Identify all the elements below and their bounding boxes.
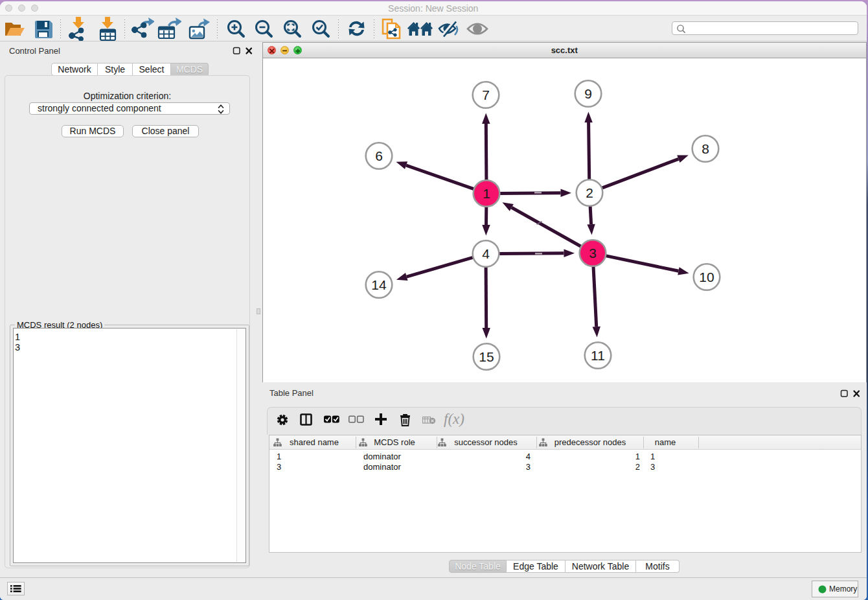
svg-text:3: 3 (589, 245, 597, 260)
svg-text:11: 11 (591, 347, 605, 362)
svg-text:2: 2 (586, 185, 593, 200)
svg-text:8: 8 (702, 141, 709, 156)
svg-text:4: 4 (482, 246, 490, 260)
svg-text:6: 6 (375, 148, 383, 163)
svg-text:1: 1 (483, 185, 490, 200)
svg-text:9: 9 (584, 86, 592, 100)
svg-text:14: 14 (371, 277, 387, 292)
svg-text:15: 15 (479, 349, 494, 363)
svg-text:10: 10 (699, 269, 714, 284)
svg-text:7: 7 (482, 87, 490, 102)
